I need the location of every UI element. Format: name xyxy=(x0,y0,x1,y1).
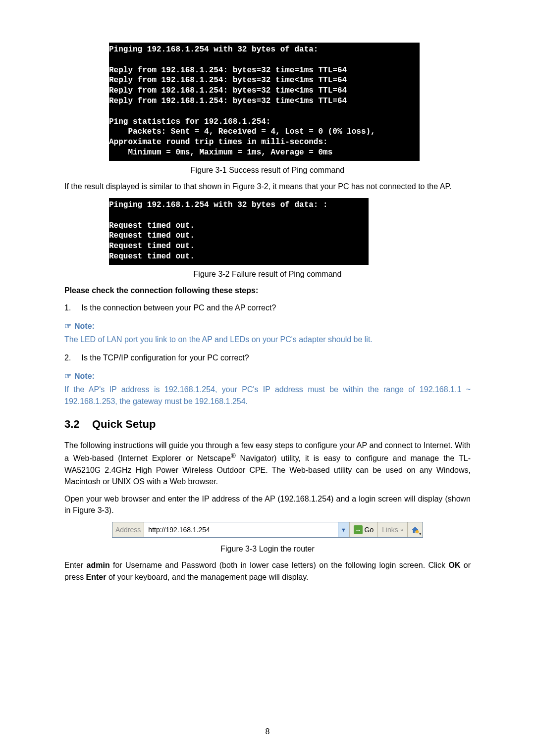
figure-caption-2: Figure 3-2 Failure result of Ping comman… xyxy=(64,270,471,279)
section-title: Quick Setup xyxy=(92,418,156,430)
svg-point-0 xyxy=(416,530,419,533)
quick-setup-paragraph-2: Open your web browser and enter the IP a… xyxy=(64,493,471,516)
go-arrow-icon: → xyxy=(354,525,363,534)
section-heading: 3.2Quick Setup xyxy=(64,418,471,431)
step-1: 1. Is the connection between your PC and… xyxy=(64,302,471,313)
pointing-hand-icon: ☞ xyxy=(64,372,71,380)
section-number: 3.2 xyxy=(64,418,92,431)
ping-success-output: Pinging 192.168.1.254 with 32 bytes of d… xyxy=(109,43,420,161)
address-dropdown-button[interactable]: ▼ xyxy=(338,522,349,537)
go-label: Go xyxy=(365,526,374,534)
step-2-text: Is the TCP/IP configuration for your PC … xyxy=(81,353,249,362)
address-bar: Address http://192.168.1.254 ▼ → Go Link… xyxy=(112,522,423,538)
step-2: 2. Is the TCP/IP configuration for your … xyxy=(64,352,471,363)
step-1-number: 1. xyxy=(64,302,79,313)
ping-failure-output: Pinging 192.168.1.254 with 32 bytes of d… xyxy=(109,198,369,265)
note-heading-2: ☞Note: xyxy=(64,371,471,381)
address-input[interactable]: http://192.168.1.254 xyxy=(144,522,337,537)
links-button[interactable]: Links » xyxy=(377,522,407,537)
check-steps-heading: Please check the connection following th… xyxy=(64,285,471,296)
go-button[interactable]: → Go xyxy=(349,522,378,537)
note-heading-1: ☞Note: xyxy=(64,321,471,331)
chevron-right-icon: » xyxy=(400,527,403,533)
home-icon xyxy=(411,526,419,534)
note-label-2: Note: xyxy=(74,372,95,380)
note-label-1: Note: xyxy=(74,322,95,330)
note-body-1: The LED of LAN port you link to on the A… xyxy=(64,334,471,345)
home-button[interactable]: ▾ xyxy=(407,522,423,537)
step-2-number: 2. xyxy=(64,352,79,363)
links-label: Links xyxy=(382,526,398,534)
step-1-text: Is the connection between your PC and th… xyxy=(81,303,276,312)
figure-caption-1: Figure 3-1 Success result of Ping comman… xyxy=(64,166,471,175)
registered-mark: ® xyxy=(231,452,236,459)
note-body-2: If the AP's IP address is 192.168.1.254,… xyxy=(64,384,471,406)
quick-setup-paragraph-1: The following instructions will guide yo… xyxy=(64,440,471,487)
login-instructions: Enter admin for Username and Password (b… xyxy=(64,559,471,582)
page-number: 8 xyxy=(0,727,535,736)
pointing-hand-icon: ☞ xyxy=(64,322,71,330)
dropdown-triangle-icon: ▾ xyxy=(419,531,422,536)
paragraph-fail-intro: If the result displayed is similar to th… xyxy=(64,181,471,192)
address-label: Address xyxy=(112,522,144,537)
figure-caption-3: Figure 3-3 Login the router xyxy=(64,545,471,554)
